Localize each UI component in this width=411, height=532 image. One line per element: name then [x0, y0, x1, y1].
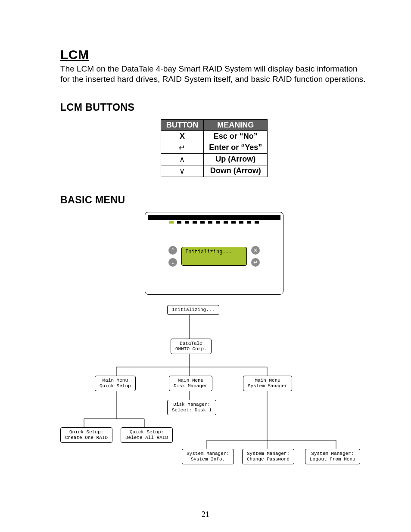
- device-top-bar: [148, 215, 280, 220]
- cell-button: ∧: [161, 153, 204, 165]
- node-line1: DataTale: [180, 341, 202, 346]
- node-line1: System Manager:: [311, 451, 354, 456]
- led-icon: [193, 221, 197, 224]
- node-main-disk-manager: Main Menu Disk Manager: [169, 376, 212, 391]
- led-icon: [177, 221, 181, 224]
- cell-button: ↵: [161, 142, 204, 153]
- led-icon: [200, 221, 205, 224]
- led-icon: [208, 221, 212, 224]
- table-row: X Esc or “No”: [161, 131, 268, 142]
- node-line2: Delete All RAID: [125, 435, 168, 440]
- cell-button: ∨: [161, 165, 204, 177]
- node-main-system-manager: Main Menu System Manager: [243, 376, 292, 391]
- node-line1: System Manager:: [187, 451, 229, 456]
- node-line2: System Info.: [191, 457, 225, 462]
- content: LCM The LCM on the DataTale 4-bay Smart …: [60, 47, 368, 475]
- led-icon: [231, 221, 236, 224]
- node-line2: Create One RAID: [65, 435, 108, 440]
- node-line2: Quick Setup: [100, 383, 131, 389]
- device-illustration: ⌃ ⌄ Initializing... ✕ ↵: [145, 212, 283, 295]
- cell-meaning: Enter or “Yes”: [204, 142, 268, 153]
- node-line2: System Manager: [248, 383, 287, 389]
- node-line1: Disk Manager:: [173, 402, 210, 407]
- node-line2: Change Password: [247, 457, 290, 462]
- down-button-icon: ⌄: [168, 258, 177, 267]
- th-meaning: MEANING: [204, 119, 268, 131]
- table-row: ↵ Enter or “Yes”: [161, 142, 268, 153]
- cell-meaning: Esc or “No”: [204, 131, 268, 142]
- up-button-icon: ⌃: [168, 246, 177, 255]
- lcd-screen: Initializing...: [181, 247, 247, 266]
- node-line1: Main Menu: [255, 378, 280, 383]
- heading-lcm: LCM: [60, 47, 368, 62]
- node-datatale: DataTale ONNTO Corp.: [171, 339, 212, 354]
- menu-tree: Initializing... DataTale ONNTO Corp. Mai…: [60, 302, 371, 475]
- buttons-table: BUTTON MEANING X Esc or “No” ↵ Enter or …: [161, 119, 268, 177]
- nav-right: ✕ ↵: [251, 246, 260, 267]
- node-quick-create-raid: Quick Setup: Create One RAID: [60, 427, 112, 443]
- node-sm-logout: System Manager: Logout From Menu: [305, 449, 360, 464]
- cell-button: X: [161, 131, 204, 142]
- node-line1: Main Menu: [103, 378, 128, 383]
- node-line1: Quick Setup:: [69, 429, 103, 435]
- node-initializing: Initializing...: [167, 305, 219, 315]
- led-icon: [255, 221, 259, 224]
- intro-paragraph: The LCM on the DataTale 4-bay Smart RAID…: [60, 64, 368, 84]
- node-line2: ONNTO Corp.: [175, 346, 207, 352]
- x-button-icon: ✕: [251, 246, 260, 255]
- page-number: 21: [0, 510, 411, 519]
- cell-meaning: Down (Arrow): [204, 165, 268, 177]
- th-button: BUTTON: [161, 119, 204, 131]
- node-line1: System Manager:: [247, 451, 290, 456]
- node-line2: Disk Manager: [174, 383, 208, 389]
- nav-left: ⌃ ⌄: [168, 246, 177, 267]
- led-icon: [169, 221, 174, 224]
- node-sm-system-info: System Manager: System Info.: [182, 449, 234, 464]
- lcd-area: ⌃ ⌄ Initializing... ✕ ↵: [168, 246, 260, 267]
- node-line2: Select: Disk 1: [172, 408, 212, 413]
- node-line2: Logout From Menu: [310, 457, 355, 462]
- node-sm-change-password: System Manager: Change Password: [242, 449, 294, 464]
- heading-lcm-buttons: LCM BUTTONS: [60, 102, 368, 113]
- heading-basic-menu: BASIC MENU: [60, 194, 368, 206]
- node-line1: Quick Setup:: [130, 429, 164, 435]
- node-main-quick-setup: Main Menu Quick Setup: [95, 376, 136, 391]
- node-line1: Main Menu: [178, 378, 203, 383]
- led-icon: [247, 221, 251, 224]
- table-row: ∧ Up (Arrow): [161, 153, 268, 165]
- device-leds: [169, 221, 259, 224]
- led-icon: [224, 221, 228, 224]
- table-row: ∨ Down (Arrow): [161, 165, 268, 177]
- enter-button-icon: ↵: [251, 258, 260, 267]
- led-icon: [216, 221, 220, 224]
- led-icon: [239, 221, 243, 224]
- page: LCM The LCM on the DataTale 4-bay Smart …: [0, 0, 411, 532]
- node-quick-delete-raid: Quick Setup: Delete All RAID: [121, 427, 173, 443]
- node-disk-manager-select: Disk Manager: Select: Disk 1: [167, 400, 216, 415]
- led-icon: [185, 221, 189, 224]
- cell-meaning: Up (Arrow): [204, 153, 268, 165]
